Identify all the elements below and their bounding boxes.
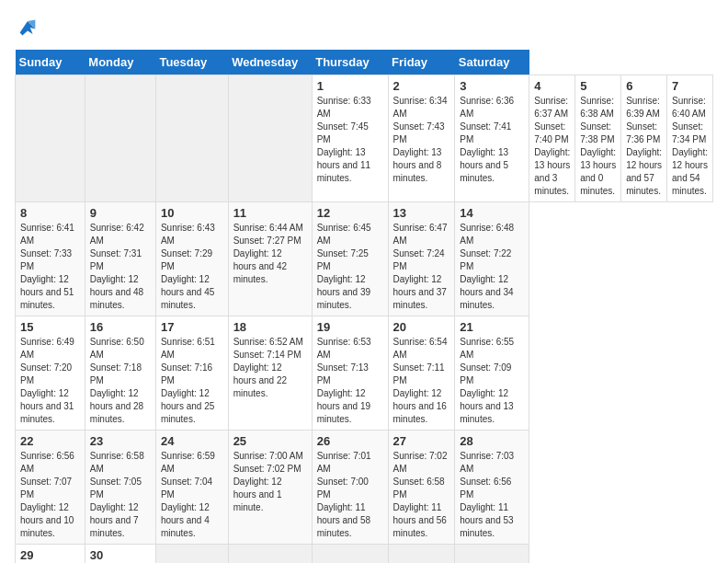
- day-info: Sunrise: 6:53 AMSunset: 7:13 PMDaylight:…: [317, 337, 371, 424]
- calendar-cell: 18 Sunrise: 6:52 AMSunset: 7:14 PMDaylig…: [228, 316, 312, 431]
- day-info: Sunrise: 6:42 AMSunset: 7:31 PMDaylight:…: [90, 223, 144, 310]
- day-number: 19: [317, 320, 383, 334]
- calendar-week-4: 22 Sunrise: 6:56 AMSunset: 7:07 PMDaylig…: [16, 431, 713, 545]
- calendar-week-3: 15 Sunrise: 6:49 AMSunset: 7:20 PMDaylig…: [16, 316, 713, 431]
- calendar-cell: 12 Sunrise: 6:45 AMSunset: 7:25 PMDaylig…: [312, 202, 388, 316]
- calendar-cell: 23 Sunrise: 6:58 AMSunset: 7:05 PMDaylig…: [85, 431, 155, 545]
- day-number: 6: [626, 79, 662, 93]
- weekday-friday: Friday: [388, 50, 455, 75]
- calendar-cell: [155, 75, 228, 202]
- calendar-cell: 22 Sunrise: 6:56 AMSunset: 7:07 PMDaylig…: [16, 431, 85, 545]
- day-info: Sunrise: 6:58 AMSunset: 7:05 PMDaylight:…: [90, 451, 144, 538]
- day-number: 25: [233, 434, 307, 448]
- calendar-cell: 9 Sunrise: 6:42 AMSunset: 7:31 PMDayligh…: [85, 202, 155, 316]
- calendar-cell: 17 Sunrise: 6:51 AMSunset: 7:16 PMDaylig…: [155, 316, 228, 431]
- day-number: 2: [393, 79, 450, 93]
- day-number: 4: [534, 79, 570, 93]
- calendar-cell: 8 Sunrise: 6:41 AMSunset: 7:33 PMDayligh…: [16, 202, 85, 316]
- calendar-cell: 15 Sunrise: 6:49 AMSunset: 7:20 PMDaylig…: [16, 316, 85, 431]
- calendar-cell: 16 Sunrise: 6:50 AMSunset: 7:18 PMDaylig…: [85, 316, 155, 431]
- day-info: Sunrise: 6:56 AMSunset: 7:07 PMDaylight:…: [20, 451, 74, 538]
- day-number: 20: [393, 320, 450, 334]
- day-info: Sunrise: 7:00 AMSunset: 7:02 PMDaylight:…: [233, 451, 303, 512]
- calendar-week-2: 8 Sunrise: 6:41 AMSunset: 7:33 PMDayligh…: [16, 202, 713, 316]
- day-info: Sunrise: 7:02 AMSunset: 6:58 PMDaylight:…: [393, 451, 448, 538]
- calendar-cell: 7 Sunrise: 6:40 AMSunset: 7:34 PMDayligh…: [667, 75, 713, 202]
- day-number: 28: [460, 434, 524, 448]
- calendar-cell: [388, 545, 455, 564]
- day-number: 11: [233, 206, 307, 220]
- weekday-header-row: SundayMondayTuesdayWednesdayThursdayFrid…: [16, 50, 713, 75]
- day-number: 18: [233, 320, 307, 334]
- day-info: Sunrise: 6:49 AMSunset: 7:20 PMDaylight:…: [20, 337, 74, 424]
- day-info: Sunrise: 6:45 AMSunset: 7:25 PMDaylight:…: [317, 223, 371, 310]
- calendar-cell: 3 Sunrise: 6:36 AMSunset: 7:41 PMDayligh…: [455, 75, 529, 202]
- day-info: Sunrise: 6:40 AMSunset: 7:34 PMDaylight:…: [672, 96, 708, 196]
- calendar-cell: [228, 545, 312, 564]
- calendar-cell: 25 Sunrise: 7:00 AMSunset: 7:02 PMDaylig…: [228, 431, 312, 545]
- day-number: 7: [672, 79, 708, 93]
- weekday-saturday: Saturday: [455, 50, 529, 75]
- day-number: 29: [20, 548, 80, 562]
- day-number: 23: [90, 434, 151, 448]
- weekday-tuesday: Tuesday: [155, 50, 228, 75]
- day-number: 14: [460, 206, 524, 220]
- calendar-cell: 13 Sunrise: 6:47 AMSunset: 7:24 PMDaylig…: [388, 202, 455, 316]
- day-number: 12: [317, 206, 383, 220]
- day-info: Sunrise: 6:55 AMSunset: 7:09 PMDaylight:…: [460, 337, 514, 424]
- calendar-cell: 14 Sunrise: 6:48 AMSunset: 7:22 PMDaylig…: [455, 202, 529, 316]
- calendar-table: SundayMondayTuesdayWednesdayThursdayFrid…: [15, 50, 713, 563]
- day-number: 13: [393, 206, 450, 220]
- calendar-cell: 1 Sunrise: 6:33 AMSunset: 7:45 PMDayligh…: [312, 75, 388, 202]
- day-info: Sunrise: 6:34 AMSunset: 7:43 PMDaylight:…: [393, 96, 448, 183]
- calendar-cell: 28 Sunrise: 7:03 AMSunset: 6:56 PMDaylig…: [455, 431, 529, 545]
- day-info: Sunrise: 6:43 AMSunset: 7:29 PMDaylight:…: [161, 223, 215, 310]
- weekday-thursday: Thursday: [312, 50, 388, 75]
- calendar-cell: 6 Sunrise: 6:39 AMSunset: 7:36 PMDayligh…: [621, 75, 667, 202]
- weekday-sunday: Sunday: [16, 50, 85, 75]
- calendar-cell: 20 Sunrise: 6:54 AMSunset: 7:11 PMDaylig…: [388, 316, 455, 431]
- page-header: [15, 15, 713, 40]
- day-info: Sunrise: 6:39 AMSunset: 7:36 PMDaylight:…: [626, 96, 662, 196]
- calendar-cell: 5 Sunrise: 6:38 AMSunset: 7:38 PMDayligh…: [575, 75, 621, 202]
- calendar-cell: 10 Sunrise: 6:43 AMSunset: 7:29 PMDaylig…: [155, 202, 228, 316]
- day-number: 24: [161, 434, 223, 448]
- calendar-cell: 24 Sunrise: 6:59 AMSunset: 7:04 PMDaylig…: [155, 431, 228, 545]
- calendar-cell: 30 Sunrise: 7:06 AMSunset: 6:53 PMDaylig…: [85, 545, 155, 564]
- weekday-monday: Monday: [85, 50, 155, 75]
- day-info: Sunrise: 6:41 AMSunset: 7:33 PMDaylight:…: [20, 223, 74, 310]
- day-info: Sunrise: 7:01 AMSunset: 7:00 PMDaylight:…: [317, 451, 371, 538]
- day-info: Sunrise: 7:03 AMSunset: 6:56 PMDaylight:…: [460, 451, 514, 538]
- day-info: Sunrise: 6:50 AMSunset: 7:18 PMDaylight:…: [90, 337, 144, 424]
- calendar-cell: 29 Sunrise: 7:04 AMSunset: 6:55 PMDaylig…: [16, 545, 85, 564]
- calendar-body: 1 Sunrise: 6:33 AMSunset: 7:45 PMDayligh…: [16, 75, 713, 564]
- calendar-cell: 19 Sunrise: 6:53 AMSunset: 7:13 PMDaylig…: [312, 316, 388, 431]
- day-info: Sunrise: 6:33 AMSunset: 7:45 PMDaylight:…: [317, 96, 371, 183]
- calendar-week-1: 1 Sunrise: 6:33 AMSunset: 7:45 PMDayligh…: [16, 75, 713, 202]
- day-info: Sunrise: 6:54 AMSunset: 7:11 PMDaylight:…: [393, 337, 448, 424]
- calendar-cell: 21 Sunrise: 6:55 AMSunset: 7:09 PMDaylig…: [455, 316, 529, 431]
- day-number: 16: [90, 320, 151, 334]
- day-info: Sunrise: 6:36 AMSunset: 7:41 PMDaylight:…: [460, 96, 514, 183]
- calendar-cell: 26 Sunrise: 7:01 AMSunset: 7:00 PMDaylig…: [312, 431, 388, 545]
- calendar-cell: [228, 75, 312, 202]
- weekday-wednesday: Wednesday: [228, 50, 312, 75]
- calendar-cell: [312, 545, 388, 564]
- day-number: 30: [90, 548, 151, 562]
- day-number: 1: [317, 79, 383, 93]
- day-number: 10: [161, 206, 223, 220]
- day-number: 26: [317, 434, 383, 448]
- day-info: Sunrise: 6:37 AMSunset: 7:40 PMDaylight:…: [534, 96, 570, 196]
- day-number: 21: [460, 320, 524, 334]
- day-info: Sunrise: 6:52 AMSunset: 7:14 PMDaylight:…: [233, 337, 303, 398]
- calendar-cell: 2 Sunrise: 6:34 AMSunset: 7:43 PMDayligh…: [388, 75, 455, 202]
- day-info: Sunrise: 6:44 AMSunset: 7:27 PMDaylight:…: [233, 223, 303, 284]
- calendar-cell: [455, 545, 529, 564]
- day-info: Sunrise: 6:38 AMSunset: 7:38 PMDaylight:…: [580, 96, 616, 196]
- calendar-cell: [155, 545, 228, 564]
- day-number: 22: [20, 434, 80, 448]
- day-number: 15: [20, 320, 80, 334]
- day-info: Sunrise: 6:48 AMSunset: 7:22 PMDaylight:…: [460, 223, 514, 310]
- calendar-cell: [85, 75, 155, 202]
- logo: [15, 15, 44, 40]
